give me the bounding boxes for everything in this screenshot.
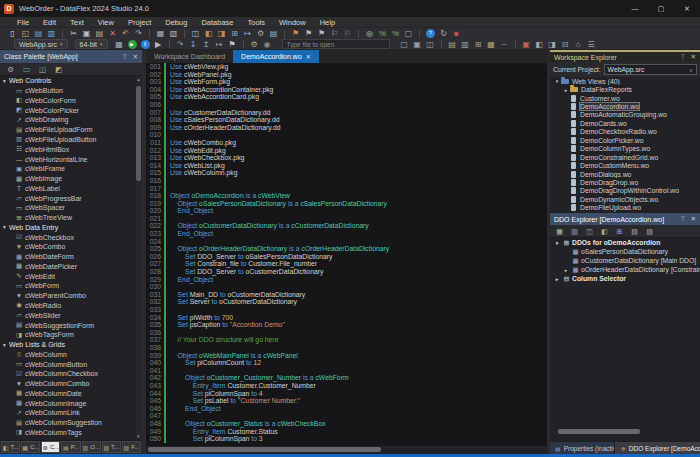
code-line[interactable]: 006	[146, 101, 547, 109]
find-in-files-icon[interactable]: ◎	[365, 29, 374, 38]
scroll-up-icon[interactable]: ▲	[135, 76, 142, 83]
line-number[interactable]: 002	[146, 71, 164, 79]
code-line[interactable]: 007Use cCustomerDataDictionary.dd	[146, 109, 547, 117]
workspace-tree-item[interactable]: ▾Web Views (40)	[550, 77, 700, 85]
replace-icon[interactable]: %	[378, 29, 387, 38]
code-line[interactable]: 015Use cWebColumn.pkg	[146, 169, 547, 177]
code-line[interactable]: 017	[146, 185, 547, 193]
palette-class-item[interactable]: ▦cWebColumnImage	[0, 398, 135, 408]
arch-dropdown[interactable]: 64-bit ▾	[75, 39, 108, 49]
step-over-icon[interactable]: ↷	[176, 40, 185, 49]
workspace-tree-item[interactable]: DemoFileUpload.wo	[550, 204, 700, 212]
code-line[interactable]: 043 Entry_Item Customer.Customer_Number	[146, 382, 547, 390]
code-line[interactable]: 045 Set psLabel to "Customer Number:"	[146, 397, 547, 405]
code-line[interactable]: 034 Set piWidth to 700	[146, 314, 547, 322]
code-line[interactable]: 022 Object oCustomerDataDictionary is a …	[146, 222, 547, 230]
line-number[interactable]: 016	[146, 177, 164, 185]
palette-class-item[interactable]: ▭cWebButton	[0, 86, 135, 96]
code-line[interactable]: 024	[146, 238, 547, 246]
line-number[interactable]: 044	[146, 390, 164, 398]
palette-class-item[interactable]: ↗cWebDrawing	[0, 115, 135, 125]
flag-icon[interactable]: ⚐	[343, 29, 352, 38]
palette-class-item[interactable]: ☑cWebColumnCheckbox	[0, 369, 135, 379]
line-number[interactable]: 009	[146, 124, 164, 132]
palette-windows-icon[interactable]: ◫	[38, 65, 47, 74]
workspace-tree-item[interactable]: DemoCheckboxRadio.wo	[550, 128, 700, 136]
palette-class-item[interactable]: ▭cWebSpacer	[0, 203, 135, 213]
menu-tools[interactable]: Tools	[240, 17, 272, 28]
snippet-icon[interactable]: ▢	[404, 29, 413, 38]
menu-help[interactable]: Help	[313, 17, 342, 28]
code-line[interactable]: 032 Set Server to oCustomerDataDictionar…	[146, 298, 547, 306]
palette-class-item[interactable]: ✎cWebEdit	[0, 271, 135, 281]
palette-class-item[interactable]: ↗cWebColumnLink	[0, 408, 135, 418]
list-panel-icon[interactable]: ☰	[587, 40, 596, 49]
line-number[interactable]: 024	[146, 238, 164, 246]
run-icon[interactable]: ▶	[128, 40, 137, 49]
workspace-tree-item[interactable]: DemoColorPicker.wo	[550, 136, 700, 144]
menu-database[interactable]: Database	[194, 17, 240, 28]
code-line[interactable]: 004Use cWebAccordionContainer.pkg	[146, 86, 547, 94]
line-number[interactable]: 033	[146, 306, 164, 314]
browser-preview-icon[interactable]: ◫	[426, 40, 435, 49]
line-number[interactable]: 011	[146, 139, 164, 147]
palette-class-item[interactable]: ◉cWebRadio	[0, 301, 135, 311]
editor-tab[interactable]: DemoAccordion.wo✕	[233, 50, 319, 63]
line-number[interactable]: 046	[146, 405, 164, 413]
workspace-tree-item[interactable]: DemoDragDrop.wo	[550, 178, 700, 186]
ddo-tree-item[interactable]: ▦oSalesPersonDataDictionary	[550, 247, 700, 256]
line-number[interactable]: 026	[146, 253, 164, 261]
new-file-icon[interactable]: ▯	[8, 29, 17, 38]
line-number[interactable]: 040	[146, 359, 164, 367]
modeler-icon[interactable]: ▥	[461, 40, 470, 49]
workspace-tree-item[interactable]: DemoDragDropWithinControl.wo	[550, 187, 700, 195]
line-number[interactable]: 043	[146, 382, 164, 390]
expand-icon[interactable]: ▸	[562, 87, 570, 93]
palette-section[interactable]: ▾Web Data Entry	[0, 222, 135, 232]
bookmark-next-icon[interactable]: ⚑	[304, 29, 313, 38]
code-line[interactable]: 010	[146, 131, 547, 139]
code-line[interactable]: 008Use cSalesPersonDataDictionary.dd	[146, 116, 547, 124]
left-dock-tab[interactable]: ▥O...	[82, 441, 101, 453]
code-line[interactable]: 002Use cWebPanel.pkg	[146, 71, 547, 79]
code-line[interactable]: 001Use cWebView.pkg	[146, 63, 547, 71]
line-number[interactable]: 035	[146, 321, 164, 329]
code-line[interactable]: 014Use cWebList.pkg	[146, 162, 547, 170]
scrollbar-thumb[interactable]	[136, 86, 141, 181]
pin-icon[interactable]: ⊤	[680, 215, 686, 223]
breakpoint-panel-icon[interactable]: ▣	[522, 40, 531, 49]
expand-icon[interactable]: ▸	[553, 276, 561, 282]
palette-class-item[interactable]: ▥cWebFileUploadButton	[0, 135, 135, 145]
line-number[interactable]: 049	[146, 428, 164, 436]
palette-class-item[interactable]: TcWebLabel	[0, 183, 135, 193]
code-line[interactable]: 033	[146, 306, 547, 314]
ddo-columns-icon[interactable]: ◧	[600, 227, 609, 236]
palette-class-item[interactable]: ▼cWebCombo	[0, 242, 135, 252]
palette-class-item[interactable]: ◧cWebColorForm	[0, 96, 135, 106]
palette-control-icon[interactable]: ▭	[22, 65, 31, 74]
refresh-icon[interactable]: ↻	[439, 29, 448, 38]
palette-class-item[interactable]: ▤cWebColumnSuggestion	[0, 418, 135, 428]
expand-icon[interactable]: ▾	[0, 78, 9, 84]
breakpoint-icon[interactable]: ⚑	[228, 40, 237, 49]
save-all-icon[interactable]: ▥	[47, 29, 56, 38]
left-dock-tab[interactable]: ▤P...	[61, 441, 80, 453]
left-dock-tab[interactable]: ⚙C...	[41, 441, 60, 453]
ddo-expand-icon[interactable]: ▧	[630, 227, 639, 236]
palette-class-item[interactable]: ▦cWebImage	[0, 174, 135, 184]
line-number[interactable]: 022	[146, 222, 164, 230]
docs-icon[interactable]: ▤	[269, 29, 278, 38]
delete-icon[interactable]: ✕	[108, 29, 117, 38]
step-out-icon[interactable]: ↥	[202, 40, 211, 49]
palette-class-item[interactable]: ▦cWebDateForm	[0, 252, 135, 262]
scrollbar-thumb[interactable]	[148, 447, 381, 452]
palette-class-item[interactable]: ▤cWebFileUploadForm	[0, 125, 135, 135]
expand-icon[interactable]: ▾	[0, 224, 9, 230]
code-line[interactable]: 025 Object oOrderHeaderDataDictionary is…	[146, 245, 547, 253]
line-number[interactable]: 017	[146, 185, 164, 193]
paste-icon[interactable]: ▤	[95, 29, 104, 38]
debug-pause-icon[interactable]: ‖	[141, 40, 150, 49]
locate-icon[interactable]: ↦	[243, 29, 252, 38]
line-number[interactable]: 003	[146, 78, 164, 86]
workspace-tree-item[interactable]: Customer.wo	[550, 94, 700, 102]
